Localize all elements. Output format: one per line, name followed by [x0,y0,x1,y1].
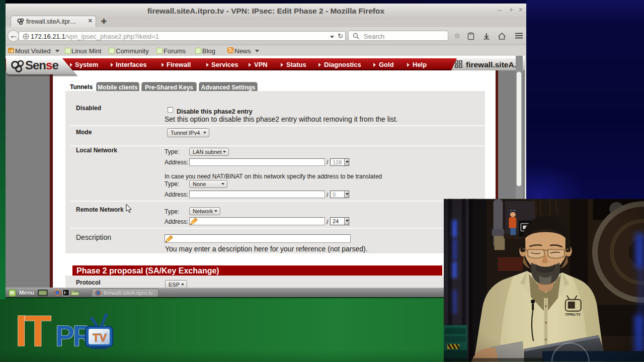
svg-text:TV: TV [93,331,107,344]
svg-text:IT: IT [15,306,51,355]
